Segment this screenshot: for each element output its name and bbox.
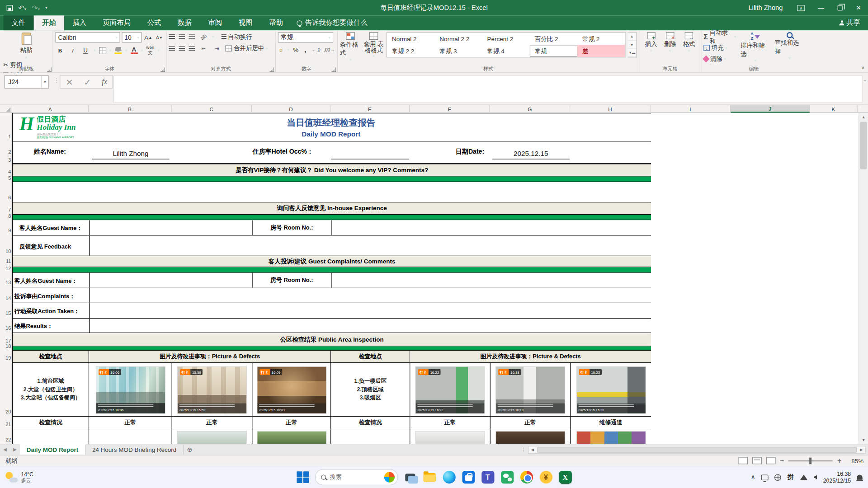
confirm-entry-icon[interactable]: ✓ <box>84 77 91 87</box>
zoom-slider[interactable] <box>788 460 833 461</box>
row-header[interactable]: 12 <box>0 266 11 271</box>
format-as-table-button[interactable]: 套用 表格格式▾ <box>363 32 384 59</box>
tab-review[interactable]: 审阅 <box>200 15 230 30</box>
number-format-combo[interactable]: 常规▾ <box>278 32 333 42</box>
horizontal-scrollbar[interactable]: ◀ ▶ <box>528 446 866 454</box>
inspection-photo-smoking-area[interactable]: 打卡16:23 2025/12/15 16:23 <box>576 367 645 413</box>
vertical-scrollbar[interactable]: ▲ ▼ <box>859 113 868 444</box>
file-explorer-button[interactable] <box>422 470 437 484</box>
account-name[interactable]: Lilith Zhong <box>748 4 783 12</box>
tab-splitter[interactable]: ⁞ <box>523 447 525 452</box>
worksheet-grid[interactable]: 1 2 3 4 5 6 7 8 9 10 11 12 13 14 15 16 1… <box>0 113 868 444</box>
tab-data[interactable]: 数据 <box>170 15 200 30</box>
gallery-down-icon[interactable]: ▼ <box>628 41 636 49</box>
row-header[interactable]: 22 <box>0 437 11 442</box>
status-value[interactable]: 正常 <box>172 417 253 429</box>
conditional-formatting-button[interactable]: 条件格式▾ <box>340 32 361 62</box>
new-sheet-icon[interactable]: ⊕ <box>184 444 196 455</box>
name-box[interactable]: J24▾ <box>5 75 49 89</box>
room-no-cell[interactable] <box>331 220 651 235</box>
finance-app-button[interactable]: ¥ <box>538 470 553 484</box>
paste-button[interactable]: 粘贴▾ <box>2 32 51 60</box>
row-header[interactable]: 18 <box>0 343 11 349</box>
horizontal-scroll-thumb[interactable] <box>537 447 857 452</box>
merge-center-button[interactable]: 合并后居中▾ <box>225 44 268 53</box>
font-family-combo[interactable]: Calibri▾ <box>55 32 120 42</box>
row-header[interactable]: 4 <box>0 169 11 175</box>
zoom-level[interactable]: 85% <box>846 457 863 464</box>
row-header[interactable]: 8 <box>0 214 11 219</box>
hidden-icons-chevron[interactable]: ∧ <box>751 474 755 481</box>
sheet-nav-left-icon[interactable]: ◀ <box>0 444 10 455</box>
row-header[interactable]: 10 <box>0 249 11 254</box>
cell-style-option[interactable]: Normal 2 <box>387 33 434 45</box>
complaints-cell[interactable] <box>90 288 651 303</box>
font-size-combo[interactable]: 10▾ <box>122 32 142 42</box>
inspection-photo-partial[interactable] <box>178 432 246 444</box>
date-field[interactable]: 2025.12.15 <box>492 150 570 160</box>
increase-indent-icon[interactable]: ⇥ <box>212 44 222 53</box>
column-header[interactable]: B <box>89 105 172 113</box>
row-header[interactable]: 1 <box>0 134 11 139</box>
row-header[interactable]: 7 <box>0 207 11 212</box>
column-header[interactable]: C <box>172 105 252 113</box>
insert-cells-button[interactable]: ＋插入▾ <box>642 32 660 53</box>
volume-icon[interactable] <box>814 475 817 479</box>
row-header[interactable]: 11 <box>0 258 11 264</box>
tab-help[interactable]: 帮助 <box>261 15 291 30</box>
tab-insert[interactable]: 插入 <box>64 15 94 30</box>
share-button[interactable]: 共享 <box>839 15 860 30</box>
normal-view-icon[interactable] <box>738 457 748 464</box>
vertical-scroll-thumb[interactable] <box>860 122 867 169</box>
inspection-photo-partial[interactable] <box>576 432 645 444</box>
insert-function-icon[interactable]: fx <box>102 77 107 86</box>
decrease-decimal-icon[interactable]: .00→ <box>324 47 335 52</box>
select-all-corner[interactable] <box>0 105 12 113</box>
column-header[interactable]: H <box>570 105 651 113</box>
row-header[interactable]: 3 <box>0 157 11 163</box>
action-cell[interactable] <box>90 303 651 318</box>
inspection-photo-lobby[interactable]: 打卡15:59 2025/12/15 15:59 <box>178 367 246 413</box>
inspection-photo-rooftop[interactable]: 打卡16:18 2025/12/15 16:18 <box>496 367 565 413</box>
sheet-tab-briefing-record[interactable]: 24 Hours MOD Briefing Record <box>85 444 184 455</box>
decrease-indent-icon[interactable]: ⇤ <box>199 44 208 53</box>
name-field[interactable]: Lilith Zhong <box>92 150 169 160</box>
row-header[interactable]: 5 <box>0 175 11 181</box>
status-value[interactable]: 正常 <box>89 417 172 429</box>
redo-button[interactable]: ↷▾ <box>32 4 40 12</box>
collapse-ribbon-icon[interactable]: ∧ <box>861 65 864 70</box>
percent-style-icon[interactable]: % <box>292 45 299 54</box>
feedback-cell[interactable] <box>90 236 651 256</box>
gallery-up-icon[interactable]: ▲ <box>628 33 636 41</box>
cell-style-option[interactable]: 常规 2 2 <box>387 45 434 57</box>
tell-me-box[interactable]: 告诉我你想要做什么 <box>291 15 373 30</box>
column-header[interactable]: G <box>490 105 571 113</box>
tab-formulas[interactable]: 公式 <box>139 15 169 30</box>
tab-view[interactable]: 视图 <box>230 15 260 30</box>
inspection-photo-partial[interactable] <box>257 432 326 444</box>
column-header[interactable]: A <box>12 105 89 113</box>
guest-name-cell-2[interactable] <box>90 273 252 288</box>
network-globe-icon[interactable] <box>775 474 782 481</box>
guest-name-cell[interactable] <box>90 220 252 235</box>
page-layout-view-icon[interactable] <box>752 457 762 464</box>
taskbar-clock[interactable]: 16:38 2025/12/15 <box>823 470 851 483</box>
chrome-button[interactable] <box>519 470 534 484</box>
font-color-button[interactable]: A <box>130 47 137 54</box>
column-header-selected[interactable]: J <box>731 105 810 113</box>
tab-page-layout[interactable]: 页面布局 <box>94 15 139 30</box>
start-button[interactable] <box>296 470 310 484</box>
cell-style-option[interactable]: 常规 4 <box>482 45 530 57</box>
inspection-photo-front-desk[interactable]: 打卡16:06 2025/12/15 16:06 <box>96 367 165 413</box>
inspection-photo-back-area[interactable]: 打卡16:22 2025/12/15 16:22 <box>416 367 485 413</box>
cell-style-option[interactable]: Normal 2 2 <box>434 33 482 45</box>
wifi-icon[interactable] <box>800 474 807 480</box>
status-value[interactable]: 正常 <box>410 417 491 429</box>
row-header[interactable]: 13 <box>0 280 11 286</box>
expand-formula-bar-icon[interactable]: ⌄ <box>863 77 867 82</box>
underline-button[interactable]: U <box>81 46 90 55</box>
align-center-icon[interactable] <box>179 46 185 51</box>
sort-filter-button[interactable]: AZ 排序和筛选▾ <box>741 32 770 63</box>
cell-style-option[interactable]: 百分比 2 <box>530 33 577 45</box>
orientation-icon[interactable]: ab <box>197 30 210 43</box>
